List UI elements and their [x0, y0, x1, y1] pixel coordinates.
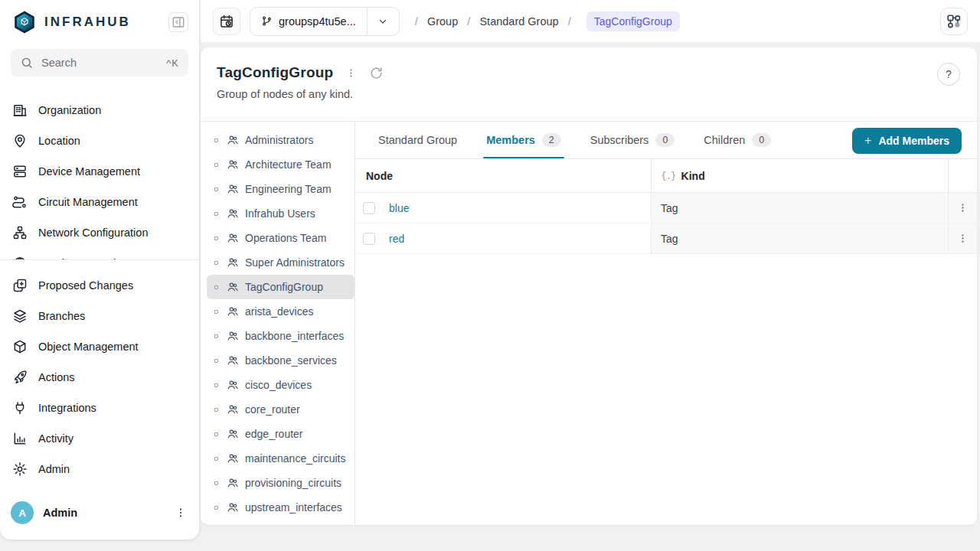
group-list-item-label: Operations Team [245, 232, 326, 244]
user-menu-button[interactable] [175, 507, 187, 519]
group-list-item-infrahub-users[interactable]: Infrahub Users [201, 201, 354, 226]
sidebar-item-label: Admin [38, 463, 70, 475]
users-icon [227, 379, 239, 391]
sidebar-item-location[interactable]: Location [0, 126, 199, 156]
git-branch-icon [261, 15, 273, 27]
branch-selector[interactable]: groupsp4tu5e... [250, 7, 400, 36]
group-list-item-administrators[interactable]: Administrators [201, 128, 354, 152]
column-header-kind: {.} Kind [651, 159, 948, 192]
group-list-item-label: Super Administrators [245, 256, 345, 269]
tabs-row: + Add Members Standard Group Members 2 S… [355, 122, 977, 159]
bullet-icon [214, 187, 218, 191]
group-list-item-edge-router[interactable]: edge_router [201, 422, 354, 446]
group-list-item-backbone-interfaces[interactable]: backbone_interfaces [201, 324, 354, 348]
sidebar-item-label: Branches [38, 310, 85, 322]
group-list-item-core-router[interactable]: core_router [201, 397, 354, 422]
main-content: TagConfigGroup Group of nodes of any kin… [201, 47, 977, 525]
sidebar-item-routing-peering[interactable]: Routing & Peering [0, 248, 199, 260]
sidebar-item-actions[interactable]: Actions [0, 362, 199, 393]
group-list-item-operations-team[interactable]: Operations Team [201, 226, 354, 250]
group-list-item-maintenance-circuits[interactable]: maintenance_circuits [201, 446, 354, 471]
group-list-item-tagconfiggroup[interactable]: TagConfigGroup [207, 275, 354, 299]
tab-members[interactable]: Members 2 [486, 122, 561, 158]
node-link-red[interactable]: red [389, 233, 404, 245]
page-description: Group of nodes of any kind. [217, 88, 962, 100]
users-icon [227, 305, 239, 318]
group-list-item-backbone-services[interactable]: backbone_services [201, 348, 354, 373]
breadcrumb-current[interactable]: TagConfigGroup [586, 11, 680, 31]
table-row: blue Tag [355, 193, 977, 223]
breadcrumb-item-group[interactable]: Group [427, 15, 458, 28]
group-list-item-label: Architecture Team [245, 158, 332, 171]
breadcrumb-separator: / [568, 15, 571, 28]
users-icon [227, 232, 239, 244]
table-body: blue Tag red Tag [355, 193, 977, 254]
group-list-item-arista-devices[interactable]: arista_devices [201, 299, 354, 324]
sidebar-item-object-management[interactable]: Object Management [0, 331, 199, 362]
sidebar-item-proposed-changes[interactable]: Proposed Changes [0, 270, 199, 301]
row-actions-button[interactable] [957, 233, 969, 244]
help-button[interactable]: ? [937, 63, 960, 86]
row-actions-button[interactable] [957, 202, 969, 214]
table-row: red Tag [355, 223, 977, 254]
gear-icon [12, 461, 28, 477]
group-list-item-super-administrators[interactable]: Super Administrators [201, 250, 354, 275]
node-link-blue[interactable]: blue [389, 202, 409, 214]
refresh-icon [369, 66, 384, 80]
sidebar-item-label: Object Management [38, 341, 139, 353]
group-list-item-label: maintenance_circuits [245, 452, 346, 465]
tab-count-badge: 0 [655, 133, 675, 148]
sidebar-item-branches[interactable]: Branches [0, 301, 199, 331]
cube-icon [12, 339, 28, 354]
schema-button[interactable] [940, 8, 968, 35]
group-list-item-upstream-interfaces[interactable]: upstream_interfaces [201, 495, 354, 520]
breadcrumb-item-standard-group[interactable]: Standard Group [479, 15, 558, 28]
chart-icon [12, 431, 28, 446]
sidebar-item-label: Organization [38, 104, 101, 116]
sidebar-item-organization[interactable]: Organization [0, 95, 199, 126]
users-icon [227, 183, 239, 195]
group-list-item-engineering-team[interactable]: Engineering Team [201, 177, 354, 201]
bullet-icon [214, 432, 218, 436]
add-members-button[interactable]: + Add Members [852, 128, 962, 154]
sidebar-item-activity[interactable]: Activity [0, 423, 199, 454]
diff-icon [12, 278, 28, 293]
sidebar-nav-secondary: Proposed Changes Branches Object Managem… [0, 260, 199, 484]
sidebar-nav-primary: Organization Location Device Management … [0, 86, 199, 260]
tab-children[interactable]: Children 0 [704, 122, 771, 158]
group-list-item-label: edge_router [245, 428, 303, 440]
kebab-icon [345, 67, 357, 79]
tab-subscribers[interactable]: Subscribers 0 [590, 122, 675, 158]
group-list-item-label: backbone_services [245, 354, 337, 367]
sidebar-item-label: Circuit Management [38, 196, 138, 208]
row-checkbox[interactable] [363, 202, 375, 214]
row-checkbox[interactable] [363, 233, 375, 245]
sidebar-item-device-management[interactable]: Device Management [0, 156, 199, 187]
page-title: TagConfigGroup [217, 64, 333, 81]
sidebar-item-label: Actions [38, 371, 75, 383]
kebab-icon [175, 507, 187, 519]
bullet-icon [214, 383, 218, 387]
user-section: A Admin [0, 494, 199, 540]
chevron-down-icon[interactable] [367, 8, 399, 35]
group-list-item-provisioning-circuits[interactable]: provisioning_circuits [201, 471, 354, 495]
sidebar-item-label: Integrations [38, 402, 96, 414]
sidebar-item-circuit-management[interactable]: Circuit Management [0, 187, 199, 217]
users-icon [227, 452, 239, 465]
refresh-button[interactable] [369, 66, 384, 80]
sidebar-item-admin[interactable]: Admin [0, 454, 199, 484]
kind-value: Tag [661, 233, 678, 245]
search-input[interactable]: Search ^K [11, 49, 188, 77]
sidebar-item-integrations[interactable]: Integrations [0, 393, 199, 423]
group-list-item-architecture-team[interactable]: Architecture Team [201, 152, 354, 177]
sidebar-collapse-button[interactable] [168, 12, 188, 32]
bullet-icon [214, 236, 218, 240]
bullet-icon [214, 163, 218, 167]
time-travel-button[interactable] [213, 8, 240, 35]
group-list-item-cisco-devices[interactable]: cisco_devices [201, 373, 354, 397]
column-header-node: Node [355, 159, 651, 192]
kind-value: Tag [661, 202, 678, 214]
sidebar-item-network-configuration[interactable]: Network Configuration [0, 217, 199, 248]
tab-standard-group[interactable]: Standard Group [378, 122, 457, 158]
title-menu-button[interactable] [345, 67, 357, 79]
